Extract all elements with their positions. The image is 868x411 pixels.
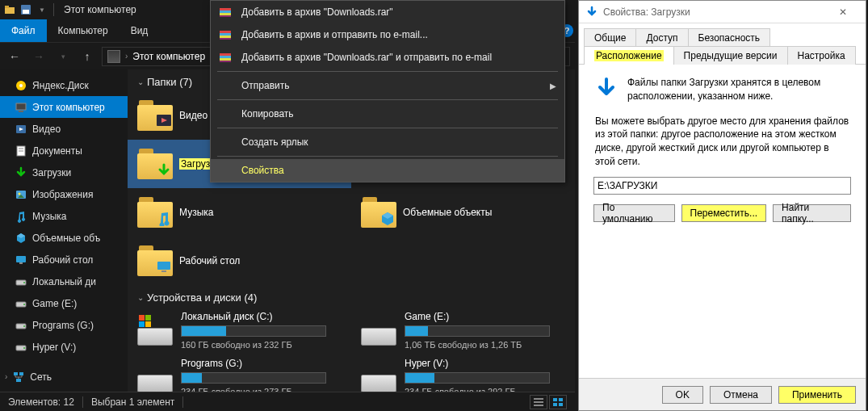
sidebar-item-3[interactable]: Документы [0, 140, 128, 161]
context-menu-item-0[interactable]: Добавить в архив "Downloads.rar" [211, 1, 564, 23]
sidebar-item-label: Объемные объ [32, 233, 100, 244]
tab-2[interactable]: Безопасность [688, 28, 771, 47]
svg-rect-33 [161, 271, 166, 272]
sidebar-item-11[interactable]: Programs (G:) [0, 314, 128, 336]
context-menu-item-1[interactable]: Добавить в архив и отправить по e-mail..… [211, 23, 564, 46]
section-drives-header[interactable]: ⌄ Устройства и диски (4) [128, 285, 575, 307]
drive-item-0[interactable]: Локальный диск (C:)160 ГБ свободно из 23… [128, 307, 351, 354]
separator [82, 396, 83, 408]
breadcrumb-label[interactable]: Этот компьютер [132, 51, 205, 62]
svg-rect-54 [220, 53, 231, 56]
sidebar-item-network[interactable]: ›Сеть [0, 366, 128, 388]
status-selected: Выбран 1 элемент [91, 396, 174, 408]
sidebar-item-12[interactable]: Hyper (V:) [0, 336, 128, 358]
drive-icon [15, 341, 27, 354]
download-icon [15, 166, 27, 179]
sidebar-item-6[interactable]: Музыка [0, 205, 128, 227]
folder-item-4[interactable]: Музыка [128, 188, 351, 237]
properties-dialog: Свойства: Загрузки ✕ ОбщиеДоступБезопасн… [578, 0, 866, 411]
properties-footer: OK Отмена Применить [579, 378, 866, 410]
sidebar-item-label: Локальный ди [32, 276, 96, 287]
menu-view[interactable]: Вид [120, 19, 160, 42]
sidebar-item-10[interactable]: Game (E:) [0, 292, 128, 314]
sidebar-item-5[interactable]: Изображения [0, 183, 128, 205]
svg-rect-26 [19, 372, 23, 375]
context-menu-item-10[interactable]: Свойства [211, 159, 564, 182]
svg-rect-36 [139, 321, 145, 327]
svg-rect-48 [220, 13, 231, 15]
svg-rect-56 [220, 58, 231, 61]
drive-capacity-bar [181, 325, 326, 337]
drive-item-1[interactable]: Game (E:)1,06 ТБ свободно из 1,26 ТБ [351, 307, 575, 354]
folder-label: Рабочий стол [179, 255, 240, 266]
sidebar-item-label: Сеть [30, 371, 52, 383]
3d-icon [380, 212, 395, 226]
sidebar-item-label: Hyper (V:) [32, 342, 76, 353]
nav-history-dropdown[interactable]: ▾ [53, 47, 73, 66]
svg-rect-44 [559, 403, 563, 406]
nav-up[interactable]: ↑ [78, 47, 97, 66]
svg-point-24 [23, 347, 25, 349]
menu-computer[interactable]: Компьютер [47, 19, 120, 42]
rar-icon [217, 4, 233, 20]
svg-point-14 [19, 192, 21, 195]
svg-rect-55 [220, 56, 231, 58]
save-icon[interactable] [19, 3, 32, 16]
svg-rect-7 [19, 111, 23, 112]
sidebar-item-7[interactable]: Объемные объ [0, 227, 128, 249]
drive-item-2[interactable]: Programs (G:)234 ГБ свободно из 273 ГБ [128, 354, 351, 392]
move-button[interactable]: Переместить... [681, 204, 767, 222]
sidebar-item-9[interactable]: Локальный ди [0, 271, 128, 292]
view-details-button[interactable] [530, 395, 547, 409]
drive-label: Game (E:) [405, 311, 565, 322]
menu-file[interactable]: Файл [0, 19, 47, 42]
context-menu-item-8[interactable]: Создать ярлык [211, 131, 564, 153]
folder-item-5[interactable]: Объемные объекты [351, 188, 575, 237]
tab-1[interactable]: Доступ [635, 28, 688, 47]
sidebar-item-4[interactable]: Загрузки [0, 161, 128, 183]
context-menu-item-2[interactable]: Добавить в архив "Downloads.rar" и отпра… [211, 46, 564, 69]
dropdown-icon[interactable]: ▼ [36, 3, 48, 16]
folder-icon [137, 100, 173, 131]
svg-rect-47 [220, 10, 231, 13]
doc-icon [15, 145, 27, 157]
tab-label: Безопасность [698, 32, 761, 44]
default-button[interactable]: По умолчанию [593, 204, 675, 222]
ok-button[interactable]: OK [662, 386, 703, 404]
video-icon [157, 115, 171, 129]
context-menu-item-6[interactable]: Копировать [211, 103, 564, 125]
sidebar-item-0[interactable]: Яндекс.Диск [0, 74, 128, 96]
drive-icon [15, 297, 27, 310]
tab-4[interactable]: Предыдущие версии [673, 46, 788, 65]
video-icon [15, 123, 27, 136]
nav-back[interactable]: ← [5, 47, 24, 66]
tab-5[interactable]: Настройка [787, 46, 856, 65]
nav-forward[interactable]: → [29, 47, 48, 66]
path-input[interactable] [593, 177, 851, 195]
drive-free-text: 234 ГБ свободно из 292 ГБ [405, 387, 565, 392]
drive-free-text: 1,06 ТБ свободно из 1,26 ТБ [405, 340, 565, 350]
cancel-button[interactable]: Отмена [710, 386, 772, 404]
drive-label: Programs (G:) [181, 358, 342, 369]
tab-3[interactable]: Расположение [584, 46, 674, 65]
sidebar-item-label: Game (E:) [32, 298, 77, 309]
find-folder-button[interactable]: Найти папку... [773, 204, 851, 222]
tab-0[interactable]: Общие [584, 28, 636, 47]
context-menu-item-4[interactable]: Отправить▶ [211, 74, 564, 97]
sidebar-item-1[interactable]: Этот компьютер [0, 96, 128, 118]
apply-button[interactable]: Применить [778, 386, 856, 404]
svg-rect-42 [559, 398, 563, 401]
music-icon [15, 210, 27, 223]
drive-free-text: 234 ГБ свободно из 273 ГБ [181, 387, 342, 392]
tab-label: Доступ [646, 32, 677, 44]
sidebar-item-2[interactable]: Видео [0, 118, 128, 140]
drive-item-3[interactable]: Hyper (V:)234 ГБ свободно из 292 ГБ [351, 354, 575, 392]
sidebar-item-8[interactable]: Рабочий стол [0, 249, 128, 271]
tab-label: Расположение [594, 50, 664, 61]
folder-item-6[interactable]: Рабочий стол [128, 237, 351, 285]
tabs: ОбщиеДоступБезопасностьРасположениеПреды… [579, 23, 866, 65]
close-button[interactable]: ✕ [827, 4, 859, 20]
view-icons-button[interactable] [549, 395, 567, 409]
folder-icon [137, 245, 173, 276]
rar-icon [217, 49, 233, 65]
